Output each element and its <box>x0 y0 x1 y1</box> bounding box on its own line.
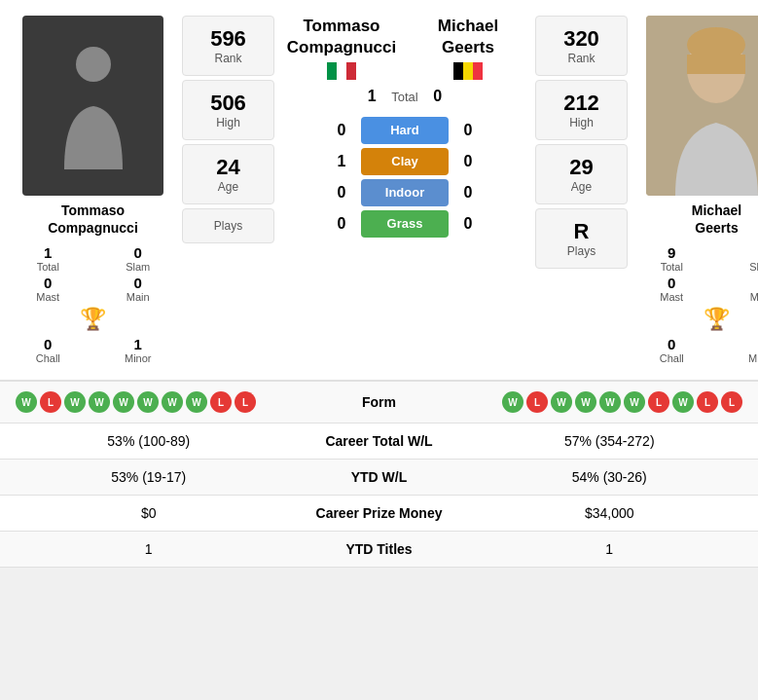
form-label: Form <box>321 394 438 410</box>
left-stat-mast: 0Mast <box>8 275 89 303</box>
indoor-button[interactable]: Indoor <box>361 179 449 206</box>
right-flag <box>405 62 531 80</box>
hard-button[interactable]: Hard <box>361 117 449 144</box>
left-flag <box>278 62 405 80</box>
top-section: TommasoCompagnucci 1Total0Slam0Mast0Main… <box>0 0 758 380</box>
stat-rows-container: 53% (100-89)Career Total W/L57% (354-272… <box>0 424 758 568</box>
svg-rect-10 <box>687 55 745 74</box>
player-right: MichaelGeerts 9Total0Slam0Mast0Main🏆0Cha… <box>632 16 758 364</box>
right-rank-box: 320 Rank <box>535 16 628 76</box>
form-badge-w: W <box>599 391 621 413</box>
stat-left-3: 1 <box>16 541 282 557</box>
left-stat-minor: 1Minor <box>98 336 179 364</box>
center-right-name: MichaelGeerts <box>405 16 531 58</box>
form-badge-w: W <box>16 391 37 413</box>
form-row: WLWWWWWWLL Form WLWWWWLWLL <box>0 382 758 424</box>
form-badge-w: W <box>551 391 572 413</box>
player-right-photo <box>646 16 758 196</box>
right-high-box: 212 High <box>535 80 628 140</box>
player-left: TommasoCompagnucci 1Total0Slam0Mast0Main… <box>8 16 178 364</box>
form-badge-l: L <box>526 391 548 413</box>
right-stat-main: 0Main <box>722 275 759 303</box>
svg-rect-4 <box>453 62 463 80</box>
form-badge-l: L <box>210 391 232 413</box>
court-rows: 0 Hard 0 1 Clay 0 0 Indoor 0 0 Grass <box>278 117 531 238</box>
stat-right-2: $34,000 <box>477 505 743 521</box>
form-badges-left: WLWWWWWWLL <box>16 391 321 413</box>
center-left-name: TommasoCompagnucci <box>278 16 405 58</box>
stat-left-1: 53% (19-17) <box>16 469 282 485</box>
form-badge-w: W <box>624 391 645 413</box>
left-age-box: 24 Age <box>182 144 274 204</box>
form-badge-w: W <box>89 391 110 413</box>
left-plays-box: Plays <box>182 208 274 243</box>
left-high-box: 506 High <box>182 80 274 140</box>
bottom-section: WLWWWWWWLL Form WLWWWWLWLL 53% (100-89)C… <box>0 380 758 568</box>
svg-rect-5 <box>463 62 473 80</box>
stat-row-1: 53% (19-17)YTD W/L54% (30-26) <box>0 460 758 496</box>
stat-row-0: 53% (100-89)Career Total W/L57% (354-272… <box>0 424 758 460</box>
stat-right-0: 57% (354-272) <box>477 433 743 449</box>
main-container: TommasoCompagnucci 1Total0Slam0Mast0Main… <box>0 0 758 568</box>
stat-row-3: 1YTD Titles1 <box>0 532 758 568</box>
player-right-stats: 9Total0Slam0Mast0Main🏆0Chall9Minor <box>632 244 758 364</box>
right-stat-chall: 0Chall <box>632 336 712 364</box>
stat-label-0: Career Total W/L <box>282 433 477 449</box>
clay-row: 1 Clay 0 <box>278 148 531 175</box>
left-stat-chall: 0Chall <box>8 336 89 364</box>
svg-rect-3 <box>346 62 356 80</box>
right-stat-total: 9Total <box>632 244 712 273</box>
stat-right-1: 54% (30-26) <box>477 469 743 485</box>
grass-row: 0 Grass 0 <box>278 210 531 238</box>
form-badges-right: WLWWWWLWLL <box>438 391 743 413</box>
player-left-photo <box>22 16 163 196</box>
svg-point-0 <box>76 47 111 82</box>
form-badge-l: L <box>648 391 669 413</box>
stat-right-3: 1 <box>477 541 743 557</box>
stat-label-2: Career Prize Money <box>282 505 477 521</box>
right-age-box: 29 Age <box>535 144 628 204</box>
total-row: 1 Total 0 <box>362 88 447 105</box>
form-badge-l: L <box>40 391 61 413</box>
form-badge-w: W <box>186 391 207 413</box>
player-left-stats: 1Total0Slam0Mast0Main🏆0Chall1Minor <box>8 244 178 364</box>
right-stat-minor: 9Minor <box>722 336 759 364</box>
left-trophy-row: 🏆 <box>8 307 178 332</box>
stat-label-3: YTD Titles <box>282 541 477 557</box>
hard-row: 0 Hard 0 <box>278 117 531 144</box>
left-stat-total: 1Total <box>8 244 89 273</box>
form-badge-w: W <box>672 391 694 413</box>
center-section: TommasoCompagnucci MichaelGeerts <box>278 16 531 364</box>
form-badge-w: W <box>64 391 86 413</box>
clay-button[interactable]: Clay <box>361 148 449 175</box>
player-left-name: TommasoCompagnucci <box>48 202 138 237</box>
middle-stats-left: 596 Rank 506 High 24 Age Plays <box>182 16 274 364</box>
svg-rect-1 <box>327 62 337 80</box>
svg-rect-2 <box>337 62 346 80</box>
form-badge-w: W <box>137 391 159 413</box>
form-badge-w: W <box>502 391 523 413</box>
player-right-name: MichaelGeerts <box>692 202 741 237</box>
indoor-row: 0 Indoor 0 <box>278 179 531 206</box>
svg-rect-6 <box>473 62 483 80</box>
stat-left-2: $0 <box>16 505 282 521</box>
right-trophy-row: 🏆 <box>632 307 758 332</box>
left-rank-box: 596 Rank <box>182 16 274 76</box>
form-badge-w: W <box>162 391 183 413</box>
right-stat-mast: 0Mast <box>632 275 712 303</box>
right-stat-slam: 0Slam <box>722 244 759 273</box>
form-badge-w: W <box>575 391 596 413</box>
right-plays-box: R Plays <box>535 208 628 269</box>
stat-label-1: YTD W/L <box>282 469 477 485</box>
form-badge-l: L <box>697 391 718 413</box>
form-badge-w: W <box>113 391 134 413</box>
stat-left-0: 53% (100-89) <box>16 433 282 449</box>
left-stat-slam: 0Slam <box>98 244 179 273</box>
middle-stats-right: 320 Rank 212 High 29 Age R Plays <box>535 16 628 364</box>
form-badge-l: L <box>721 391 742 413</box>
left-stat-main: 0Main <box>98 275 179 303</box>
stat-row-2: $0Career Prize Money$34,000 <box>0 496 758 532</box>
grass-button[interactable]: Grass <box>361 210 449 238</box>
form-badge-l: L <box>235 391 256 413</box>
